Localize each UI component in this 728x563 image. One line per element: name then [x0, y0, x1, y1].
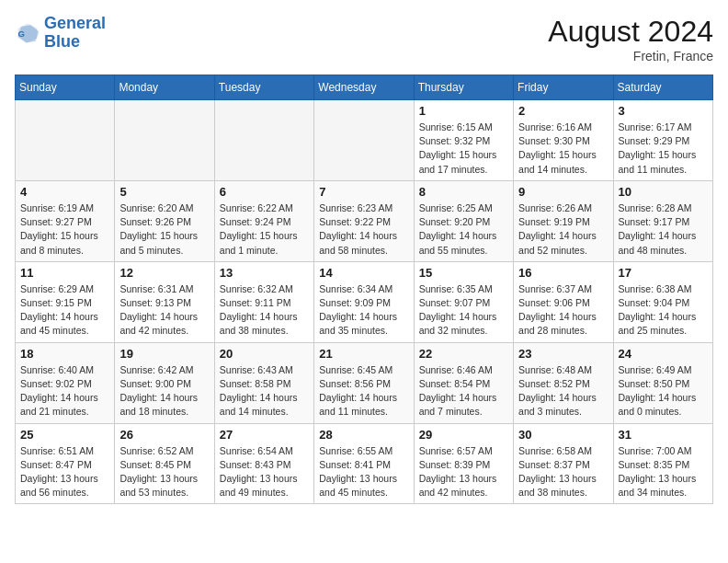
day-number: 16 [518, 266, 608, 280]
calendar-cell [214, 100, 313, 181]
location: Fretin, France [548, 49, 713, 63]
day-number: 25 [20, 428, 109, 442]
day-number: 20 [220, 347, 309, 361]
calendar-cell: 31Sunrise: 7:00 AM Sunset: 8:35 PM Dayli… [613, 423, 712, 504]
day-info: Sunrise: 6:32 AM Sunset: 9:11 PM Dayligh… [220, 282, 309, 339]
day-info: Sunrise: 6:38 AM Sunset: 9:04 PM Dayligh… [619, 282, 708, 339]
day-number: 13 [220, 266, 309, 280]
day-info: Sunrise: 6:42 AM Sunset: 9:00 PM Dayligh… [119, 363, 209, 419]
calendar-cell: 14Sunrise: 6:34 AM Sunset: 9:09 PM Dayli… [314, 261, 414, 342]
day-info: Sunrise: 6:22 AM Sunset: 9:24 PM Dayligh… [220, 201, 309, 258]
day-number: 10 [619, 185, 708, 199]
day-of-week-tuesday: Tuesday [214, 75, 313, 100]
day-info: Sunrise: 6:51 AM Sunset: 8:47 PM Dayligh… [20, 444, 109, 500]
day-of-week-friday: Friday [514, 75, 613, 100]
calendar-cell: 5Sunrise: 6:20 AM Sunset: 9:26 PM Daylig… [115, 180, 214, 261]
day-number: 26 [119, 428, 209, 442]
day-number: 19 [119, 347, 209, 361]
day-info: Sunrise: 6:26 AM Sunset: 9:19 PM Dayligh… [518, 201, 608, 258]
calendar-cell: 26Sunrise: 6:52 AM Sunset: 8:45 PM Dayli… [115, 423, 214, 504]
calendar-cell: 12Sunrise: 6:31 AM Sunset: 9:13 PM Dayli… [115, 261, 214, 342]
day-info: Sunrise: 6:19 AM Sunset: 9:27 PM Dayligh… [20, 201, 109, 258]
svg-text:G: G [18, 28, 25, 38]
logo-icon: G [15, 20, 40, 46]
day-number: 4 [20, 185, 109, 199]
day-info: Sunrise: 6:35 AM Sunset: 9:07 PM Dayligh… [419, 282, 508, 339]
title-block: August 2024 Fretin, France [548, 15, 713, 63]
logo-blue: Blue [44, 32, 80, 51]
day-number: 8 [419, 185, 508, 199]
calendar-cell: 13Sunrise: 6:32 AM Sunset: 9:11 PM Dayli… [214, 261, 313, 342]
day-info: Sunrise: 6:40 AM Sunset: 9:02 PM Dayligh… [20, 363, 109, 419]
calendar-cell: 16Sunrise: 6:37 AM Sunset: 9:06 PM Dayli… [514, 261, 613, 342]
day-number: 14 [319, 266, 408, 280]
day-number: 12 [119, 266, 209, 280]
logo-general: General [44, 14, 106, 32]
day-number: 3 [619, 104, 708, 118]
day-number: 21 [319, 347, 408, 361]
day-info: Sunrise: 6:16 AM Sunset: 9:30 PM Dayligh… [518, 121, 608, 177]
calendar-cell: 22Sunrise: 6:46 AM Sunset: 8:54 PM Dayli… [414, 342, 513, 423]
day-number: 9 [518, 185, 608, 199]
day-info: Sunrise: 6:34 AM Sunset: 9:09 PM Dayligh… [319, 282, 408, 339]
day-info: Sunrise: 6:46 AM Sunset: 8:54 PM Dayligh… [419, 363, 508, 419]
day-number: 15 [419, 266, 508, 280]
calendar-cell: 25Sunrise: 6:51 AM Sunset: 8:47 PM Dayli… [16, 423, 115, 504]
day-info: Sunrise: 6:45 AM Sunset: 8:56 PM Dayligh… [319, 363, 408, 419]
calendar-week-5: 25Sunrise: 6:51 AM Sunset: 8:47 PM Dayli… [16, 423, 713, 504]
calendar-cell: 15Sunrise: 6:35 AM Sunset: 9:07 PM Dayli… [414, 261, 513, 342]
calendar-cell: 29Sunrise: 6:57 AM Sunset: 8:39 PM Dayli… [414, 423, 513, 504]
calendar-cell: 1Sunrise: 6:15 AM Sunset: 9:32 PM Daylig… [414, 100, 513, 181]
calendar-cell: 8Sunrise: 6:25 AM Sunset: 9:20 PM Daylig… [414, 180, 513, 261]
day-info: Sunrise: 6:52 AM Sunset: 8:45 PM Dayligh… [119, 444, 209, 500]
logo: G General Blue [15, 15, 106, 52]
calendar: SundayMondayTuesdayWednesdayThursdayFrid… [15, 75, 713, 504]
day-info: Sunrise: 6:57 AM Sunset: 8:39 PM Dayligh… [419, 444, 508, 500]
calendar-cell [314, 100, 414, 181]
day-of-week-monday: Monday [115, 75, 214, 100]
day-number: 31 [619, 428, 708, 442]
calendar-cell [115, 100, 214, 181]
calendar-cell: 18Sunrise: 6:40 AM Sunset: 9:02 PM Dayli… [16, 342, 115, 423]
calendar-cell: 19Sunrise: 6:42 AM Sunset: 9:00 PM Dayli… [115, 342, 214, 423]
day-info: Sunrise: 6:58 AM Sunset: 8:37 PM Dayligh… [518, 444, 608, 500]
day-number: 24 [619, 347, 708, 361]
day-number: 1 [419, 104, 508, 118]
day-number: 6 [220, 185, 309, 199]
day-number: 18 [20, 347, 109, 361]
calendar-cell: 20Sunrise: 6:43 AM Sunset: 8:58 PM Dayli… [214, 342, 313, 423]
day-of-week-wednesday: Wednesday [314, 75, 414, 100]
day-number: 17 [619, 266, 708, 280]
calendar-week-2: 4Sunrise: 6:19 AM Sunset: 9:27 PM Daylig… [16, 180, 713, 261]
day-info: Sunrise: 7:00 AM Sunset: 8:35 PM Dayligh… [619, 444, 708, 500]
day-number: 30 [518, 428, 608, 442]
calendar-cell: 3Sunrise: 6:17 AM Sunset: 9:29 PM Daylig… [613, 100, 712, 181]
calendar-cell: 17Sunrise: 6:38 AM Sunset: 9:04 PM Dayli… [613, 261, 712, 342]
calendar-cell [16, 100, 115, 181]
calendar-cell: 9Sunrise: 6:26 AM Sunset: 9:19 PM Daylig… [514, 180, 613, 261]
day-number: 22 [419, 347, 508, 361]
day-of-week-sunday: Sunday [16, 75, 115, 100]
day-info: Sunrise: 6:23 AM Sunset: 9:22 PM Dayligh… [319, 201, 408, 258]
day-info: Sunrise: 6:31 AM Sunset: 9:13 PM Dayligh… [119, 282, 209, 339]
calendar-cell: 7Sunrise: 6:23 AM Sunset: 9:22 PM Daylig… [314, 180, 414, 261]
calendar-body: 1Sunrise: 6:15 AM Sunset: 9:32 PM Daylig… [16, 100, 713, 504]
calendar-cell: 6Sunrise: 6:22 AM Sunset: 9:24 PM Daylig… [214, 180, 313, 261]
day-number: 23 [518, 347, 608, 361]
day-info: Sunrise: 6:54 AM Sunset: 8:43 PM Dayligh… [220, 444, 309, 500]
day-number: 28 [319, 428, 408, 442]
day-of-week-thursday: Thursday [414, 75, 513, 100]
day-number: 11 [20, 266, 109, 280]
day-info: Sunrise: 6:15 AM Sunset: 9:32 PM Dayligh… [419, 121, 508, 177]
day-info: Sunrise: 6:25 AM Sunset: 9:20 PM Dayligh… [419, 201, 508, 258]
calendar-cell: 28Sunrise: 6:55 AM Sunset: 8:41 PM Dayli… [314, 423, 414, 504]
calendar-header: SundayMondayTuesdayWednesdayThursdayFrid… [16, 75, 713, 100]
month-title: August 2024 [548, 15, 713, 49]
day-of-week-saturday: Saturday [613, 75, 712, 100]
day-number: 2 [518, 104, 608, 118]
calendar-week-3: 11Sunrise: 6:29 AM Sunset: 9:15 PM Dayli… [16, 261, 713, 342]
calendar-cell: 21Sunrise: 6:45 AM Sunset: 8:56 PM Dayli… [314, 342, 414, 423]
calendar-cell: 23Sunrise: 6:48 AM Sunset: 8:52 PM Dayli… [514, 342, 613, 423]
calendar-cell: 24Sunrise: 6:49 AM Sunset: 8:50 PM Dayli… [613, 342, 712, 423]
day-info: Sunrise: 6:17 AM Sunset: 9:29 PM Dayligh… [619, 121, 708, 177]
